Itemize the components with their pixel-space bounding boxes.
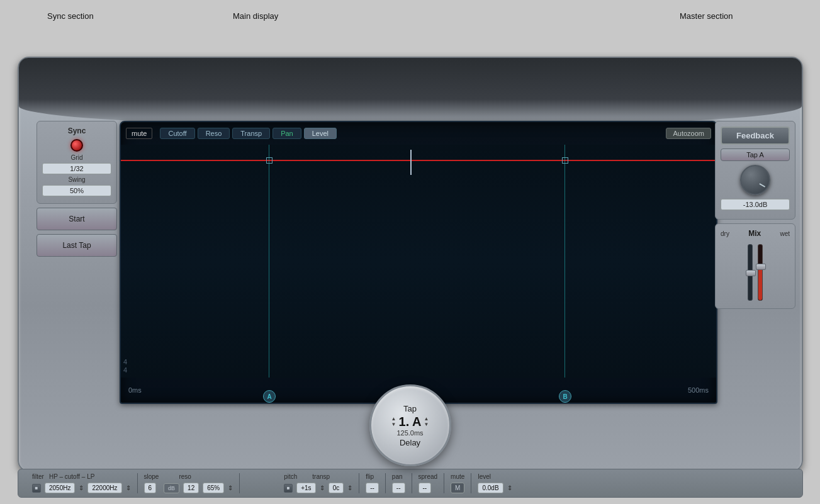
level-button[interactable]: Level: [304, 128, 337, 139]
spread-header: spread: [418, 473, 438, 480]
flip-values: --: [366, 483, 379, 493]
feedback-panel: Feedback Tap A -13.0dB: [715, 121, 795, 220]
filter-values: ■ 2050Hz ⇕ 22000Hz ⇕: [32, 483, 131, 493]
sync-section-label: Sync section: [47, 11, 94, 21]
dry-label: dry: [721, 230, 729, 237]
grid-value[interactable]: 1/32: [42, 163, 111, 174]
dry-fader-track: [748, 244, 753, 301]
slope-db-val2[interactable]: dB: [164, 483, 179, 493]
spread-section: spread --: [412, 473, 445, 493]
mute-header: mute: [451, 473, 464, 480]
reso-label: reso: [179, 473, 191, 480]
red-line: [121, 160, 716, 161]
time-end: 500ms: [688, 386, 709, 394]
pitch-section: pitch transp ■ +1s ⇕ 0c ⇕: [278, 473, 359, 493]
pan-values: --: [392, 483, 405, 493]
flip-val[interactable]: --: [366, 483, 379, 493]
control-point-a[interactable]: [266, 157, 272, 164]
main-display-label: Main display: [233, 11, 278, 21]
tap-ms: 125.0ms: [396, 429, 423, 437]
display-content: [121, 145, 716, 378]
wet-label: wet: [780, 230, 790, 237]
flip-label: flip: [366, 473, 374, 480]
level-values: 0.0dB ⇕: [478, 483, 512, 493]
sync-led[interactable]: [70, 139, 83, 152]
slope-db-val[interactable]: 6: [144, 483, 157, 493]
feedback-knob[interactable]: [740, 165, 770, 195]
flip-section: flip --: [359, 473, 386, 493]
pan-header: pan: [392, 473, 405, 480]
filter-type: HP – cutoff – LP: [49, 473, 94, 480]
mute-param-label: mute: [451, 473, 464, 480]
spread-values: --: [418, 483, 438, 493]
master-section: Feedback Tap A -13.0dB dry Mix wet: [715, 121, 795, 404]
filter-arrow: ⇕: [79, 484, 84, 491]
dry-fader-handle[interactable]: [746, 270, 756, 276]
pan-button[interactable]: Pan: [272, 128, 301, 139]
start-button[interactable]: Start: [37, 208, 117, 230]
mix-faders: [721, 240, 790, 303]
time-signature: 44: [123, 358, 127, 374]
reso-val[interactable]: 65%: [203, 483, 224, 493]
transp-label: transp: [312, 473, 330, 480]
tap-a-button[interactable]: Tap A: [721, 148, 790, 161]
spread-label: spread: [418, 473, 438, 480]
level-arrow: ⇕: [507, 484, 512, 491]
mix-section: dry Mix wet: [715, 223, 795, 309]
slope-values: 6 dB 12 65% ⇕: [144, 483, 233, 493]
reso-button[interactable]: Reso: [198, 128, 230, 139]
pitch-val[interactable]: +1s: [296, 483, 315, 493]
tap-circle[interactable]: Tap ▲▼ 1. A ▲▼ 125.0ms Delay: [369, 384, 451, 466]
sync-panel: Sync Grid 1/32 Swing 50%: [37, 121, 117, 204]
feedback-button[interactable]: Feedback: [721, 126, 790, 145]
swing-value[interactable]: 50%: [42, 185, 111, 196]
pitch-header: pitch transp: [284, 473, 352, 480]
pan-val[interactable]: --: [392, 483, 405, 493]
marker-a[interactable]: A: [263, 390, 276, 403]
mute-label: mute: [126, 128, 152, 139]
master-section-label: Master section: [680, 11, 733, 21]
autozoom-button[interactable]: Autozoom: [666, 128, 711, 139]
filter-low-hz[interactable]: 2050Hz: [45, 483, 75, 493]
last-tap-button[interactable]: Last Tap: [37, 234, 117, 257]
tap-arrows2: ▲▼: [424, 416, 429, 427]
top-curve: [19, 58, 802, 127]
slope-db-val3[interactable]: 12: [183, 483, 199, 493]
wet-fader-fill: [758, 266, 762, 300]
filter-power-icon[interactable]: ■: [32, 484, 41, 493]
filter-high-hz[interactable]: 22000Hz: [87, 483, 121, 493]
tap-line-b: [564, 145, 565, 378]
time-start: 0ms: [128, 386, 142, 394]
marker-b[interactable]: B: [559, 390, 571, 403]
sync-label: Sync: [42, 126, 111, 135]
filter-arrow2: ⇕: [126, 484, 131, 491]
cutoff-button[interactable]: Cutoff: [160, 128, 194, 139]
mute-section: mute M: [444, 473, 471, 493]
mix-label-row: dry Mix wet: [721, 229, 790, 238]
control-point-b[interactable]: [562, 157, 568, 164]
tap-main-display: ▲▼ 1. A ▲▼: [391, 415, 429, 429]
transp-arrow: ⇕: [347, 484, 352, 491]
db-display: -13.0dB: [721, 199, 790, 210]
transp-val[interactable]: 0c: [329, 483, 344, 493]
level-val[interactable]: 0.0dB: [478, 483, 503, 493]
slope-section: slope reso 6 dB 12 65% ⇕: [138, 473, 240, 493]
level-param-label: level: [478, 473, 491, 480]
mute-val[interactable]: M: [451, 483, 464, 493]
spread-val[interactable]: --: [418, 483, 432, 493]
playhead: [410, 150, 412, 175]
pitch-values: ■ +1s ⇕ 0c ⇕: [284, 483, 352, 493]
swing-label: Swing: [42, 176, 111, 183]
tap-line-a: [269, 145, 269, 378]
sync-section: Sync Grid 1/32 Swing 50% Start Last Tap: [37, 121, 117, 404]
pan-label: pan: [392, 473, 403, 480]
wet-fader-handle[interactable]: [756, 264, 766, 270]
wet-fader-track: [758, 244, 763, 301]
tap-bottom-label: Delay: [400, 438, 420, 447]
mix-title: Mix: [748, 229, 761, 238]
mute-values: M: [451, 483, 464, 493]
grid-label: Grid: [42, 154, 111, 161]
slope-header: slope reso: [144, 473, 233, 480]
transp-button[interactable]: Transp: [232, 128, 270, 139]
pitch-power-icon[interactable]: ■: [284, 484, 293, 493]
